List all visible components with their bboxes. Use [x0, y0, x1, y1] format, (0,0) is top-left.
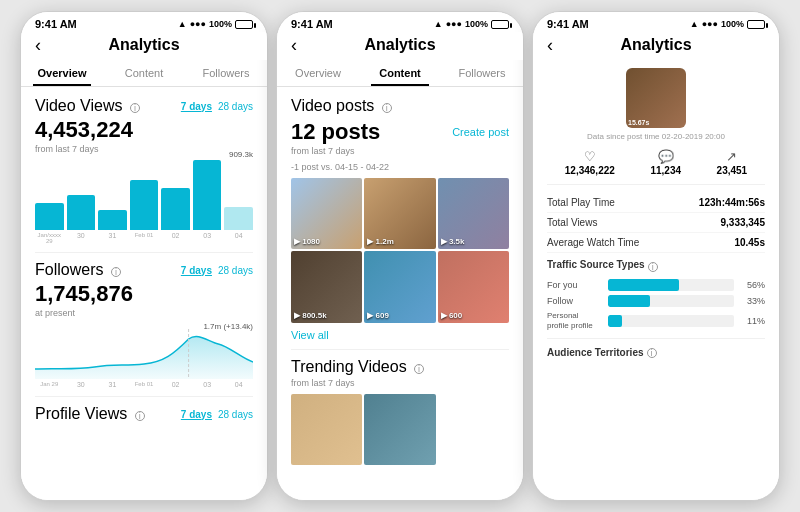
trending-thumb-0[interactable] — [291, 394, 362, 465]
content-2: Video posts i 12 posts Create post from … — [277, 87, 523, 500]
post-date-info: Data since post time 02-20-2019 20:00 — [547, 132, 765, 141]
info-icon-traffic: i — [648, 262, 658, 272]
info-icon-profile: i — [135, 411, 145, 421]
tab-followers-1[interactable]: Followers — [185, 60, 267, 86]
tab-content-2[interactable]: Content — [359, 60, 441, 86]
video-thumb-5[interactable]: ▶ 600 — [438, 251, 509, 322]
tab-overview-1[interactable]: Overview — [21, 60, 103, 86]
trending-label: Trending Videos i — [291, 358, 424, 376]
bar-label-4: 02 — [161, 232, 190, 244]
period-28days-followers[interactable]: 28 days — [218, 265, 253, 276]
phones-container: 9:41 AM ▲ ●●● 100% ‹ Analytics Overview … — [12, 3, 788, 509]
info-icon-views: i — [130, 103, 140, 113]
stats-row: ♡ 12,346,222 💬 11,234 ↗ 23,451 — [547, 149, 765, 185]
line-label-0: Jan 29 — [35, 381, 64, 388]
back-button-1[interactable]: ‹ — [35, 35, 41, 56]
page-title-3: Analytics — [620, 36, 691, 54]
line-chart-wrap: 1.7m (+13.4k) — [35, 324, 253, 379]
playtime-label: Total Play Time — [547, 197, 615, 208]
phone-2: 9:41 AM ▲ ●●● 100% ‹ Analytics Overview … — [276, 11, 524, 501]
traffic-title: Traffic Source Types — [547, 259, 645, 270]
wifi-icon-2: ▲ — [434, 19, 443, 29]
info-icon-trending: i — [414, 364, 424, 374]
create-post-link[interactable]: Create post — [452, 126, 509, 138]
tab-content-1[interactable]: Content — [103, 60, 185, 86]
traffic-bar-wrap-1 — [608, 295, 734, 307]
video-thumb-1[interactable]: ▶ 1.2m — [364, 178, 435, 249]
traffic-bar-wrap-2 — [608, 315, 734, 327]
video-count-5: ▶ 600 — [441, 311, 463, 320]
status-bar-2: 9:41 AM ▲ ●●● 100% — [277, 12, 523, 32]
post-duration: 15.67s — [628, 119, 649, 126]
bar-2 — [98, 210, 127, 230]
heart-icon: ♡ — [584, 149, 596, 164]
tabs-1: Overview Content Followers — [21, 60, 267, 87]
content-1: Video Views i 7 days 28 days 4,453,224 f… — [21, 87, 267, 500]
playtime-value: 123h:44m:56s — [699, 197, 765, 208]
detail-views: Total Views 9,333,345 — [547, 213, 765, 233]
stat-likes: ♡ 12,346,222 — [565, 149, 615, 176]
bar-1 — [67, 195, 96, 230]
video-thumb-2[interactable]: ▶ 3.5k — [438, 178, 509, 249]
back-button-3[interactable]: ‹ — [547, 35, 553, 56]
period-28days-views[interactable]: 28 days — [218, 101, 253, 112]
traffic-row-2: Personal profile profile 11% — [547, 311, 765, 330]
posts-count-row: 12 posts Create post — [291, 117, 509, 146]
tabs-2: Overview Content Followers — [277, 60, 523, 87]
traffic-section: Traffic Source Types i For you 56% Follo… — [547, 259, 765, 330]
period-links-profile: 7 days 28 days — [181, 409, 253, 420]
views-value: 9,333,345 — [721, 217, 766, 228]
traffic-label-2: Personal profile profile — [547, 311, 602, 330]
traffic-row-0: For you 56% — [547, 279, 765, 291]
traffic-header: Traffic Source Types i — [547, 259, 765, 274]
trending-subtext: from last 7 days — [291, 378, 509, 388]
traffic-bar-0 — [608, 279, 679, 291]
comments-count: 11,234 — [650, 165, 681, 176]
followers-header: Followers i 7 days 28 days — [35, 261, 253, 279]
header-1: ‹ Analytics — [21, 32, 267, 60]
traffic-label-0: For you — [547, 280, 602, 290]
line-label-2: 31 — [98, 381, 127, 388]
trending-thumb-1[interactable] — [364, 394, 435, 465]
back-button-2[interactable]: ‹ — [291, 35, 297, 56]
signal-icon-1: ●●● — [190, 19, 206, 29]
audience-header: Audience Territories i — [547, 347, 765, 358]
profile-views-label: Profile Views i — [35, 405, 145, 423]
line-label-5: 03 — [193, 381, 222, 388]
bar-labels: Jan/xxxx29 30 31 Feb 01 02 03 04 — [35, 232, 253, 244]
watchtime-label: Average Watch Time — [547, 237, 639, 248]
comment-icon: 💬 — [658, 149, 674, 164]
status-time-1: 9:41 AM — [35, 18, 77, 30]
period-7days-views[interactable]: 7 days — [181, 101, 212, 112]
video-views-label: Video Views i — [35, 97, 140, 115]
bar-label-3: Feb 01 — [130, 232, 159, 244]
video-count-3: ▶ 800.5k — [294, 311, 327, 320]
video-thumb-4[interactable]: ▶ 609 — [364, 251, 435, 322]
video-thumb-0[interactable]: ▶ 1080 — [291, 178, 362, 249]
wifi-icon-1: ▲ — [178, 19, 187, 29]
line-peak-label: 1.7m (+13.4k) — [203, 322, 253, 331]
tab-followers-2[interactable]: Followers — [441, 60, 523, 86]
phone-3: 9:41 AM ▲ ●●● 100% ‹ Analytics 15.67s Da… — [532, 11, 780, 501]
period-28days-profile[interactable]: 28 days — [218, 409, 253, 420]
posts-subtext2: -1 post vs. 04-15 - 04-22 — [291, 162, 509, 172]
video-thumb-3[interactable]: ▶ 800.5k — [291, 251, 362, 322]
views-label: Total Views — [547, 217, 597, 228]
line-chart-svg — [35, 324, 253, 379]
bar-6 — [224, 207, 253, 230]
signal-icon-2: ●●● — [446, 19, 462, 29]
bar-3 — [130, 180, 159, 230]
battery-text-3: 100% — [721, 19, 744, 29]
divider-p3 — [547, 338, 765, 339]
tab-overview-2[interactable]: Overview — [277, 60, 359, 86]
info-icon-posts: i — [382, 103, 392, 113]
bar-label-5: 03 — [193, 232, 222, 244]
period-7days-profile[interactable]: 7 days — [181, 409, 212, 420]
period-7days-followers[interactable]: 7 days — [181, 265, 212, 276]
video-views-number: 4,453,224 — [35, 117, 253, 143]
share-icon: ↗ — [726, 149, 737, 164]
watchtime-value: 10.45s — [734, 237, 765, 248]
line-label-1: 30 — [67, 381, 96, 388]
followers-subtext: at present — [35, 308, 253, 318]
view-all-link[interactable]: View all — [291, 329, 509, 341]
